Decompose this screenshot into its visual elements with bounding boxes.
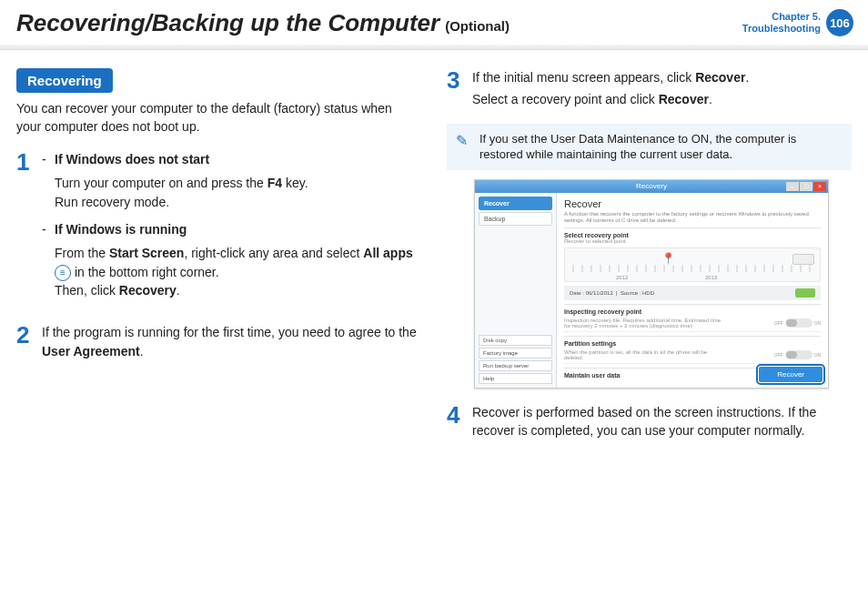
sidebar-item-help[interactable]: Help [479,373,552,384]
toggle-partition[interactable] [785,350,812,359]
section-partition: Partition settings When the partition is… [564,336,821,364]
step-body: - If Windows does not start Turn your co… [42,150,421,308]
note-text: If you set the User Data Maintenance to … [479,131,843,163]
section-inspecting: Inspecting recovery point Inspection rec… [564,304,821,332]
step-number: 1 [16,150,35,308]
shot-body: Recover Backup Disk copy Factory image R… [475,193,828,388]
chapter-line2: Troubleshooting [742,23,821,35]
maximize-icon[interactable]: □ [800,182,812,191]
note-icon: ✎ [456,131,472,151]
page-number-badge: 106 [826,9,853,36]
page-title: Recovering/Backing up the Computer [16,9,439,37]
case1-text: Turn your computer on and press the F4 k… [55,174,421,211]
page-subtitle: (Optional) [445,18,510,34]
sidebar-item-backup[interactable]: Backup [479,212,552,226]
step-body: If the initial menu screen appears, clic… [472,68,852,109]
sidebar-item-recover[interactable]: Recover [479,197,552,210]
shot-main: Recover A function that recovers the com… [557,193,828,388]
title-wrap: Recovering/Backing up the Computer (Opti… [16,9,510,37]
minimize-icon[interactable]: – [786,182,799,191]
shot-main-desc: A function that recovers the computer to… [564,211,821,224]
sec3-label: Partition settings [564,340,821,347]
case-windows-not-start: - If Windows does not start Turn your co… [42,150,421,211]
timeline[interactable]: 📍 2012 2013 [564,247,821,282]
intro-text: You can recover your computer to the def… [16,100,399,136]
sec1-sub: Recover to selected point. [564,238,821,244]
step-number: 2 [16,323,35,360]
step-3: 3 If the initial menu screen appears, cl… [447,68,852,109]
section-heading-recovering: Recovering [16,68,113,93]
sidebar-item-runbackup[interactable]: Run backup server [479,360,552,371]
step-number: 4 [447,403,465,440]
chapter-wrap: Chapter 5. Troubleshooting 106 [742,9,853,36]
case-windows-running: - If Windows is running From the Start S… [42,220,421,299]
close-icon[interactable]: × [813,182,826,191]
sidebar-item-factory[interactable]: Factory image [479,348,552,358]
shot-main-title: Recover [564,198,821,209]
shot-sidebar: Recover Backup Disk copy Factory image R… [475,193,557,388]
content: Recovering You can recover your computer… [0,50,868,454]
pin-icon: 📍 [661,252,675,265]
all-apps-icon: ≡ [55,265,71,281]
note-box: ✎ If you set the User Data Maintenance t… [447,124,852,170]
recovery-screenshot: Recovery – □ × Recover Backup Disk copy … [474,179,829,389]
dash-icon: - [42,220,49,238]
step-number: 3 [447,68,465,109]
window-buttons: – □ × [786,182,826,191]
chapter-text: Chapter 5. Troubleshooting [742,11,821,35]
year-2012: 2012 [616,275,628,280]
recover-button[interactable]: Recover [759,367,823,382]
sidebar-item-diskcopy[interactable]: Disk copy [479,335,552,346]
section-select-recovery-point: Select recovery point Recover to selecte… [564,227,821,300]
sec1-label: Select recovery point [564,232,821,238]
dash-icon: - [42,150,49,168]
case2-heading: If Windows is running [55,220,187,238]
year-2013: 2013 [705,275,717,280]
source-button[interactable] [795,288,815,298]
case2-text: From the Start Screen, right-click any a… [55,244,421,299]
timeline-track [572,265,812,272]
step-2: 2 If the program is running for the firs… [16,323,421,360]
shot-window-title: Recovery [636,182,667,190]
step-body: If the program is running for the first … [42,323,421,360]
left-column: Recovering You can recover your computer… [16,68,421,454]
sec2-text: Inspection recovery file. Requires addit… [564,318,728,328]
info-row: Date : 06/11/2012 | Source : HDD [564,286,821,300]
shot-titlebar: Recovery – □ × [475,180,828,193]
step-body: Recover is performed based on the screen… [472,403,852,440]
sec2-label: Inspecting recovery point [564,308,821,315]
step-4: 4 Recover is performed based on the scre… [447,403,852,440]
right-column: 3 If the initial menu screen appears, cl… [447,68,852,454]
case1-heading: If Windows does not start [55,150,209,168]
page-header: Recovering/Backing up the Computer (Opti… [0,0,868,37]
sec3-text: When the partition is set, all the data … [564,349,728,360]
toggle-inspecting[interactable] [785,318,812,328]
step-1: 1 - If Windows does not start Turn your … [16,150,421,308]
chapter-line1: Chapter 5. [742,11,821,23]
timeline-zoom-button[interactable] [792,254,814,265]
